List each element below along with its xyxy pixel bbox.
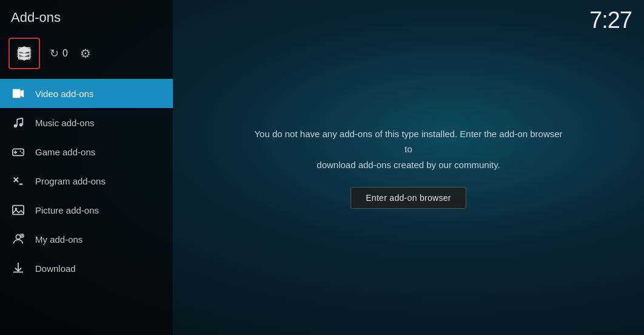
svg-point-13 — [20, 151, 21, 152]
settings-icon[interactable]: ⚙ — [80, 46, 91, 61]
video-icon — [11, 86, 25, 101]
sidebar-item-music-addons[interactable]: Music add-ons — [0, 108, 173, 137]
box-svg-icon — [16, 45, 33, 62]
nav-label-download: Download — [35, 263, 76, 274]
page-title: Add-ons — [0, 0, 173, 33]
sidebar: Add-ons ↻ 0 ⚙ — [0, 0, 173, 335]
game-icon — [11, 144, 25, 159]
sidebar-item-program-addons[interactable]: Program add-ons — [0, 166, 173, 195]
svg-point-14 — [21, 152, 22, 154]
sidebar-item-download[interactable]: Download — [0, 254, 173, 283]
music-icon — [11, 115, 25, 130]
program-icon — [11, 174, 25, 188]
refresh-icon[interactable]: ↻ — [50, 47, 59, 60]
update-count: 0 — [62, 48, 68, 59]
nav-label-program: Program add-ons — [35, 176, 106, 186]
nav-label-game: Game add-ons — [35, 147, 95, 157]
sidebar-item-picture-addons[interactable]: Picture add-ons — [0, 195, 173, 225]
sidebar-item-game-addons[interactable]: Game add-ons — [0, 137, 173, 166]
nav-label-my-addons: My add-ons — [35, 234, 82, 245]
icon-bar: ↻ 0 ⚙ — [0, 33, 173, 79]
picture-icon — [11, 203, 25, 217]
empty-message-line2: download add-ons created by our communit… — [317, 160, 500, 170]
refresh-area: ↻ 0 — [50, 47, 68, 60]
svg-rect-18 — [13, 206, 24, 215]
nav-list: Video add-ons Music add-ons Game add-ons… — [0, 79, 173, 335]
svg-point-20 — [16, 235, 20, 239]
svg-line-9 — [17, 118, 22, 120]
nav-label-video: Video add-ons — [35, 89, 93, 99]
sidebar-item-video-addons[interactable]: Video add-ons — [0, 79, 173, 108]
clock: 7:27 — [589, 7, 632, 33]
main-content: You do not have any add-ons of this type… — [173, 0, 644, 335]
sidebar-item-my-addons[interactable]: My add-ons — [0, 225, 173, 254]
empty-message: You do not have any add-ons of this type… — [251, 126, 566, 173]
nav-label-picture: Picture add-ons — [35, 205, 99, 215]
svg-rect-3 — [13, 89, 21, 98]
download-icon — [11, 261, 25, 276]
svg-marker-4 — [21, 90, 24, 98]
empty-message-line1: You do not have any add-ons of this type… — [254, 129, 562, 155]
nav-label-music: Music add-ons — [35, 118, 95, 128]
my-addons-icon — [11, 232, 25, 246]
addon-box-icon[interactable] — [8, 38, 40, 69]
enter-addon-browser-button[interactable]: Enter add-on browser — [351, 187, 466, 209]
